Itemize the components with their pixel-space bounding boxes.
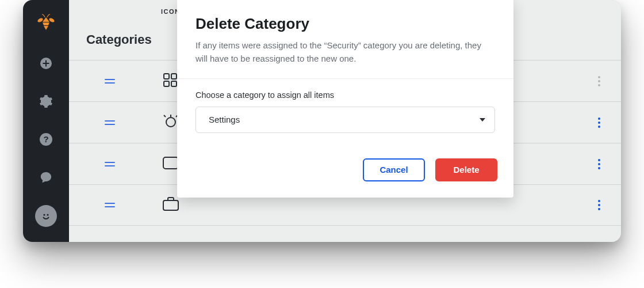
row-menu-button[interactable] — [593, 114, 605, 131]
row-menu-button[interactable] — [593, 156, 605, 173]
app-frame: ? ICON NAME Categories — [23, 0, 621, 242]
row-menu-button[interactable] — [593, 196, 605, 214]
row-menu-button[interactable] — [593, 73, 605, 90]
delete-button-label: Delete — [453, 165, 479, 175]
select-label: Choose a category to assign all items — [195, 90, 495, 100]
delete-button[interactable]: Delete — [435, 158, 497, 181]
emoji-icon[interactable] — [35, 205, 57, 227]
svg-rect-10 — [171, 74, 177, 79]
cancel-button-label: Cancel — [379, 165, 408, 175]
svg-point-13 — [166, 118, 175, 127]
help-icon[interactable]: ? — [36, 129, 56, 150]
cancel-button[interactable]: Cancel — [363, 158, 425, 181]
svg-rect-9 — [164, 74, 169, 79]
sidebar: ? — [23, 0, 69, 242]
add-icon[interactable] — [36, 53, 56, 74]
delete-category-modal: Delete Category If any items were assign… — [177, 0, 513, 198]
drag-handle-icon[interactable] — [105, 79, 117, 84]
modal-description: If any items were assigned to the “Secur… — [177, 39, 513, 78]
modal-header: Delete Category — [177, 0, 513, 39]
briefcase-icon — [162, 196, 179, 214]
svg-rect-20 — [163, 200, 178, 210]
drag-handle-icon[interactable] — [105, 162, 117, 166]
svg-rect-11 — [164, 81, 169, 86]
gear-icon[interactable] — [36, 91, 56, 112]
svg-rect-4 — [43, 63, 49, 64]
svg-point-0 — [37, 17, 44, 23]
category-select[interactable]: Settings — [195, 107, 495, 133]
page-title: Categories — [86, 32, 152, 47]
drag-handle-icon[interactable] — [105, 203, 117, 207]
drag-handle-icon[interactable] — [105, 120, 117, 125]
svg-text:?: ? — [43, 134, 48, 144]
svg-line-17 — [164, 115, 166, 117]
grid-icon — [162, 72, 178, 90]
select-value: Settings — [209, 115, 240, 124]
modal-actions: Cancel Delete — [177, 139, 513, 198]
chat-icon[interactable] — [36, 167, 56, 188]
modal-body: Choose a category to assign all items Se… — [177, 79, 513, 139]
svg-rect-19 — [163, 157, 178, 169]
modal-title: Delete Category — [195, 15, 495, 33]
bee-logo-icon — [34, 13, 57, 36]
svg-rect-12 — [171, 81, 177, 86]
chevron-down-icon — [480, 118, 485, 122]
svg-point-1 — [48, 17, 55, 23]
svg-point-7 — [43, 214, 45, 215]
svg-point-8 — [47, 214, 48, 215]
